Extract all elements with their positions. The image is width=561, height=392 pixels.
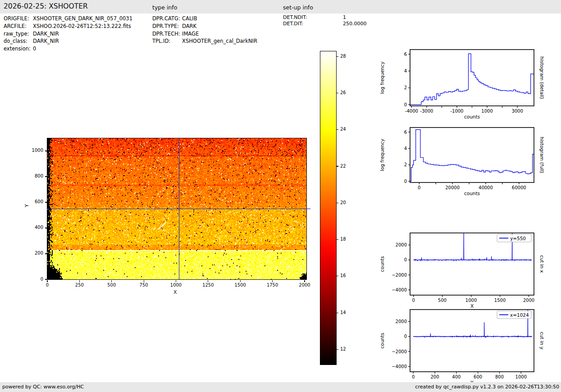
type-row: DPR.TECH:IMAGE: [152, 30, 257, 38]
y-tick-label: −2000: [392, 273, 407, 278]
colorbar-tick-label: 14: [340, 310, 346, 315]
colorbar-tick: [337, 56, 338, 57]
setup-row-value: 250.0000: [343, 21, 367, 27]
x-tick-label: 600: [474, 374, 482, 379]
type-row: DPR.TYPE:DARK: [152, 23, 257, 30]
report-title: 2026-02-25: XSHOOTER: [4, 2, 88, 10]
y-tick-label: 600: [27, 199, 43, 204]
type-info-heading: type info: [152, 4, 177, 11]
y-tick-label: 0: [27, 277, 43, 282]
x-tick: [208, 280, 208, 282]
x-tick-label: 250: [71, 283, 87, 287]
type-info-block: DPR.CATG:CALIB DPR.TYPE:DARK DPR.TECH:IM…: [152, 15, 257, 45]
setup-row-value: 1: [343, 14, 346, 20]
x-tick-label: 2000: [296, 283, 313, 287]
y-tick-label: 2: [404, 85, 407, 90]
x-tick-label: 500: [438, 298, 447, 303]
file-row-label: ORIGFILE:: [4, 15, 33, 23]
y-tick: [45, 150, 47, 151]
y-tick-label: 1000: [27, 148, 43, 153]
colorbar-tick: [337, 166, 338, 166]
x-tick-label: 1250: [200, 283, 216, 287]
y-tick-label: 4: [404, 146, 407, 151]
colorbar-tick: [337, 313, 338, 313]
colorbar-tick-label: 20: [340, 200, 346, 205]
x-tick-label: 1500: [494, 298, 506, 303]
setup-info-block: DET.NDIT:1 DET.DIT:250.0000: [283, 14, 367, 27]
file-row-label: ARCFILE:: [4, 23, 33, 30]
file-row: raw_type:DARK_NIR: [4, 30, 132, 38]
x-tick: [272, 280, 273, 282]
colorbar-tick-label: 22: [340, 164, 346, 169]
y-tick: [45, 279, 47, 279]
x-axis-label: counts: [464, 191, 480, 196]
x-tick: [304, 280, 305, 282]
x-tick: [47, 280, 47, 282]
x-tick-label: 0: [412, 298, 415, 303]
right-side-label: cut in x: [539, 255, 545, 273]
x-tick: [79, 280, 80, 282]
y-axis-label: log frequency: [379, 61, 385, 94]
x-tick-label: 400: [452, 374, 461, 379]
type-row-value: XSHOOTER_gen_cal_DarkNIR: [182, 38, 257, 44]
x-tick-label: 750: [136, 283, 152, 287]
type-row: TPL.ID:XSHOOTER_gen_cal_DarkNIR: [152, 37, 257, 45]
histogram-full-chart: 02000040000600000246countslog frequencyh…: [379, 120, 561, 203]
y-tick-label: 2: [404, 162, 407, 167]
file-row: ORIGFILE:XSHOOTER_GEN_DARK_NIR_057_0031: [4, 15, 132, 23]
file-info-block: ORIGFILE:XSHOOTER_GEN_DARK_NIR_057_0031 …: [4, 15, 132, 53]
footer-bar: powered by QC: www.eso.org/HC created by…: [0, 382, 561, 392]
setup-row: DET.NDIT:1: [283, 14, 367, 21]
setup-row-label: DET.DIT:: [283, 21, 343, 27]
colorbar-tick: [337, 239, 338, 240]
file-row-label: do_class:: [4, 37, 33, 45]
x-tick-label: 60000: [512, 185, 526, 190]
x-tick-label: 500: [104, 283, 120, 287]
y-tick-label: 200: [27, 251, 43, 255]
colorbar-tick: [337, 276, 338, 276]
type-row-value: IMAGE: [182, 31, 199, 37]
y-tick-label: 2000: [396, 319, 407, 324]
y-tick-label: 800: [27, 173, 43, 178]
x-tick-label: -1000: [450, 109, 463, 114]
x-tick-label: 20000: [445, 185, 460, 190]
y-tick-label: 0: [404, 334, 407, 339]
cut-in-x-chart: 050010001500200020000−2000−4000Xcountscu…: [379, 227, 561, 311]
right-side-label: histogram (full): [539, 137, 545, 173]
x-tick: [240, 280, 241, 282]
axes-frame: [410, 233, 534, 295]
y-axis-label: log frequency: [379, 139, 385, 171]
type-row-label: DPR.CATG:: [152, 15, 182, 23]
axes-frame: [410, 310, 534, 372]
colorbar-tick: [337, 203, 338, 203]
colorbar-tick: [337, 93, 338, 93]
type-row-value: CALIB: [182, 15, 197, 22]
legend-label: x=1024: [510, 312, 529, 318]
x-tick-label: 800: [495, 374, 504, 379]
cut-in-y-chart: 0200400600800100020000−2000−4000Ycountsc…: [379, 303, 561, 387]
x-tick-label: -3000: [420, 109, 433, 114]
colorbar: [320, 51, 337, 365]
file-row-value: XSHOO.2026-02-26T12:52:13.222.fits: [33, 23, 131, 29]
x-axis-label: X: [173, 289, 177, 295]
colorbar-tick: [337, 349, 338, 350]
file-row-value: DARK_NIR: [33, 38, 59, 44]
colorbar-tick: [337, 129, 338, 130]
x-tick-label: 1000: [515, 374, 527, 379]
x-tick: [144, 280, 144, 282]
y-tick-label: −2000: [392, 349, 407, 354]
type-row-label: DPR.TECH:: [152, 30, 182, 38]
x-tick-label: 1000: [465, 298, 477, 303]
x-tick-label: 0: [39, 283, 55, 287]
x-tick-label: 2000: [523, 298, 534, 303]
y-tick-label: −4000: [392, 364, 407, 369]
x-tick-label: 0: [418, 185, 420, 190]
type-row-value: DARK: [182, 23, 196, 29]
legend-label: y=550: [510, 236, 526, 241]
y-tick: [45, 176, 47, 177]
colorbar-tick-label: 12: [340, 346, 346, 351]
y-tick-label: 6: [404, 130, 407, 135]
x-tick-label: 40000: [479, 185, 493, 190]
x-tick-label: 1000: [168, 283, 184, 287]
y-tick-label: 0: [404, 257, 407, 262]
